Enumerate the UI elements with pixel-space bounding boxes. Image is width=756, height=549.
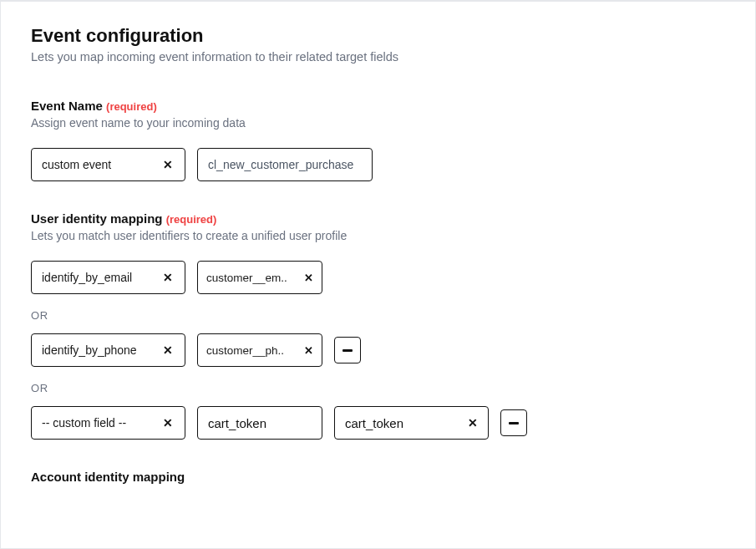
- close-icon[interactable]: ✕: [161, 415, 175, 430]
- or-separator-2: OR: [31, 382, 725, 394]
- close-icon[interactable]: ✕: [304, 344, 313, 357]
- close-icon[interactable]: ✕: [161, 343, 175, 358]
- page-title: Event configuration: [31, 25, 725, 47]
- user-identity-desc: Lets you match user identifiers to creat…: [31, 229, 725, 242]
- close-icon[interactable]: ✕: [468, 416, 478, 430]
- identity-type-select-1[interactable]: identify_by_email ✕: [31, 261, 185, 294]
- close-icon[interactable]: ✕: [304, 272, 313, 284]
- account-identity-heading-text: Account identity mapping: [31, 470, 185, 484]
- custom-field-name-input[interactable]: cart_token: [197, 406, 322, 440]
- identity-field-value-1: customer__em..: [206, 272, 301, 284]
- event-name-type-value: custom event: [42, 158, 156, 171]
- close-icon[interactable]: ✕: [161, 270, 175, 285]
- user-identity-heading-text: User identity mapping: [31, 211, 163, 226]
- or-separator-1: OR: [31, 309, 725, 322]
- event-name-required-label: (required): [106, 100, 157, 113]
- remove-row-button-2[interactable]: [334, 337, 361, 363]
- event-name-type-select[interactable]: custom event ✕: [31, 148, 185, 181]
- close-icon[interactable]: ✕: [161, 157, 175, 172]
- account-identity-heading: Account identity mapping: [31, 470, 725, 484]
- identity-type-value-3: -- custom field --: [42, 416, 156, 430]
- identity-row-3: -- custom field -- ✕ cart_token cart_tok…: [31, 406, 725, 440]
- event-name-heading-text: Event Name: [31, 99, 103, 113]
- event-name-value-text: cl_new_customer_purchase: [208, 158, 353, 171]
- remove-row-button-3[interactable]: [500, 409, 527, 436]
- user-identity-heading: User identity mapping (required): [31, 211, 725, 226]
- section-event-name: Event Name (required) Assign event name …: [31, 99, 725, 181]
- identity-type-select-2[interactable]: identify_by_phone ✕: [31, 333, 185, 367]
- identity-type-value-1: identify_by_email: [42, 271, 156, 284]
- event-configuration-page: Event configuration Lets you map incomin…: [1, 2, 755, 537]
- identity-type-select-3[interactable]: -- custom field -- ✕: [31, 406, 185, 440]
- section-account-identity: Account identity mapping: [31, 470, 725, 484]
- minus-icon: [342, 349, 353, 352]
- event-name-heading: Event Name (required): [31, 99, 725, 113]
- page-subtitle: Lets you map incoming event information …: [31, 50, 725, 64]
- section-user-identity: User identity mapping (required) Lets yo…: [31, 211, 725, 440]
- event-name-desc: Assign event name to your incoming data: [31, 116, 725, 130]
- identity-row-2: identify_by_phone ✕ customer__ph.. ✕: [31, 333, 725, 367]
- event-name-value-input[interactable]: cl_new_customer_purchase: [197, 148, 373, 181]
- custom-field-value-select[interactable]: cart_token ✕: [334, 406, 489, 440]
- identity-row-1: identify_by_email ✕ customer__em.. ✕: [31, 261, 725, 294]
- custom-field-name-text: cart_token: [208, 416, 266, 430]
- identity-type-value-2: identify_by_phone: [42, 343, 156, 357]
- user-identity-required-label: (required): [166, 213, 217, 226]
- identity-field-select-2[interactable]: customer__ph.. ✕: [197, 333, 322, 367]
- event-name-row: custom event ✕ cl_new_customer_purchase: [31, 148, 725, 181]
- minus-icon: [509, 422, 519, 424]
- identity-field-select-1[interactable]: customer__em.. ✕: [197, 261, 322, 294]
- custom-field-value-text: cart_token: [345, 416, 403, 430]
- identity-field-value-2: customer__ph..: [206, 344, 301, 357]
